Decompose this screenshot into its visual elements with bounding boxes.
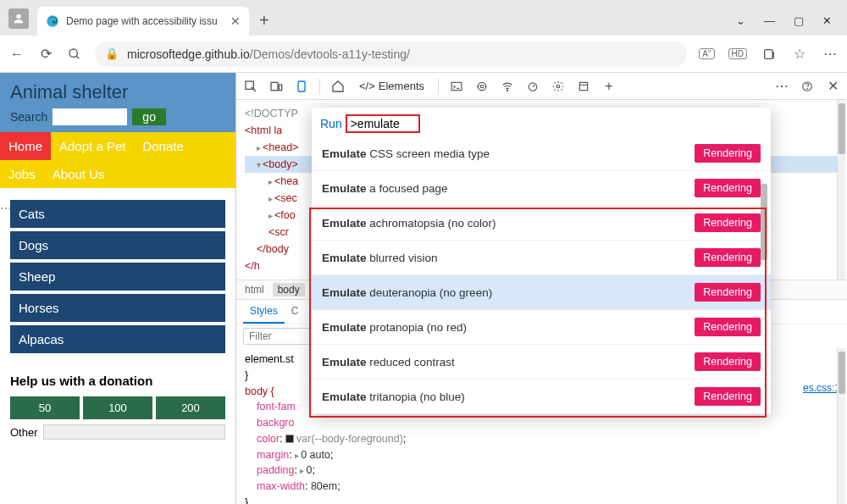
- palette-item[interactable]: Emulate CSS screen media typeRendering: [312, 136, 771, 171]
- collections-icon[interactable]: [761, 46, 778, 63]
- tab-title: Demo page with accessibility issu: [66, 15, 225, 27]
- donate-100[interactable]: 100: [83, 396, 152, 419]
- rendered-page: Animal shelter Search go Home Adopt a Pe…: [0, 73, 235, 504]
- palette-item[interactable]: Emulate tritanopia (no blue)Rendering: [312, 379, 771, 414]
- crumb-html[interactable]: html: [245, 284, 264, 296]
- palette-scrollbar[interactable]: [761, 141, 769, 413]
- rendering-badge: Rendering: [695, 248, 761, 267]
- dom-body[interactable]: <body>: [263, 158, 298, 170]
- window-titlebar: Demo page with accessibility issu ✕ + ⌄ …: [0, 0, 847, 36]
- palette-item[interactable]: Emulate a focused pageRendering: [312, 171, 771, 206]
- menu-dogs[interactable]: Dogs: [10, 231, 225, 259]
- more-tools-icon[interactable]: ⋯: [774, 79, 789, 94]
- dom-script[interactable]: <scr: [268, 226, 289, 238]
- dom-section[interactable]: <sec: [274, 192, 297, 204]
- svg-rect-10: [451, 82, 462, 90]
- rendering-badge: Rendering: [695, 318, 761, 336]
- tab-computed[interactable]: C: [285, 300, 306, 324]
- welcome-icon[interactable]: [330, 79, 346, 94]
- rendering-badge: Rendering: [695, 144, 761, 163]
- edge-icon: [46, 14, 59, 28]
- palette-input[interactable]: [351, 117, 415, 130]
- svg-rect-8: [279, 85, 281, 91]
- maximize-button[interactable]: ▢: [794, 14, 804, 27]
- dom-highlight-dots: ⋯: [0, 202, 12, 215]
- application-icon[interactable]: [576, 79, 591, 94]
- help-icon[interactable]: [800, 79, 815, 94]
- rendering-badge: Rendering: [695, 283, 761, 302]
- menu-icon[interactable]: ⋯: [822, 46, 839, 63]
- memory-icon[interactable]: [551, 79, 566, 94]
- palette-input-highlight: [346, 114, 420, 133]
- svg-point-12: [478, 82, 485, 90]
- device-toggle-icon[interactable]: [294, 79, 309, 94]
- other-amount-input[interactable]: [43, 424, 225, 440]
- close-window-button[interactable]: ✕: [822, 14, 832, 27]
- performance-icon[interactable]: [525, 79, 540, 94]
- palette-item[interactable]: Emulate reduced contrastRendering: [312, 345, 771, 379]
- svg-line-17: [533, 85, 534, 86]
- reading-badge[interactable]: A": [699, 48, 714, 59]
- network-icon[interactable]: [500, 79, 515, 94]
- elements-tab[interactable]: </>Elements: [356, 80, 428, 92]
- rendering-badge: Rendering: [695, 352, 761, 371]
- dom-header[interactable]: <hea: [274, 175, 298, 187]
- run-label: Run: [320, 117, 342, 130]
- page-header: Animal shelter Search go: [0, 73, 235, 132]
- svg-rect-4: [765, 49, 772, 58]
- nav-adopt[interactable]: Adopt a Pet: [51, 132, 134, 160]
- source-link[interactable]: es.css:1: [803, 380, 840, 396]
- inspect-icon[interactable]: [243, 79, 258, 94]
- more-tabs-icon[interactable]: +: [601, 79, 617, 94]
- donate-200[interactable]: 200: [156, 396, 225, 419]
- svg-point-0: [16, 14, 20, 19]
- styles-filter-input[interactable]: [243, 328, 311, 345]
- palette-item[interactable]: Emulate achromatopsia (no color)Renderin…: [312, 206, 771, 241]
- sources-icon[interactable]: [474, 79, 490, 94]
- menu-horses[interactable]: Horses: [10, 294, 225, 322]
- new-tab-button[interactable]: +: [259, 11, 269, 30]
- donation-heading: Help us with a donation: [10, 374, 225, 388]
- page-title: Animal shelter: [10, 81, 225, 103]
- chevron-down-icon[interactable]: ⌄: [736, 14, 745, 27]
- devtools-close-icon[interactable]: ✕: [825, 79, 840, 94]
- nav-home[interactable]: Home: [0, 132, 51, 160]
- back-button[interactable]: ←: [8, 46, 25, 63]
- rendering-badge: Rendering: [695, 179, 761, 197]
- console-icon[interactable]: [449, 79, 464, 94]
- favorite-icon[interactable]: ☆: [791, 46, 808, 63]
- dom-body-close: </body: [257, 243, 289, 255]
- palette-item[interactable]: Emulate protanopia (no red)Rendering: [312, 310, 771, 345]
- menu-sheep[interactable]: Sheep: [10, 263, 225, 291]
- minimize-button[interactable]: —: [764, 14, 775, 27]
- rendering-badge: Rendering: [695, 213, 761, 232]
- tab-styles[interactable]: Styles: [243, 300, 285, 324]
- svg-rect-9: [298, 81, 305, 91]
- refresh-button[interactable]: ⟳: [37, 46, 54, 63]
- dom-head[interactable]: <head>: [263, 141, 298, 153]
- profile-avatar[interactable]: [8, 8, 29, 29]
- lock-icon: 🔒: [105, 47, 119, 60]
- crumb-body[interactable]: body: [273, 283, 305, 296]
- dom-html[interactable]: <html la: [245, 125, 282, 136]
- nav-about[interactable]: About Us: [44, 160, 113, 188]
- rendering-badge: Rendering: [695, 387, 761, 406]
- dom-footer[interactable]: <foo: [274, 209, 296, 221]
- address-field[interactable]: 🔒 microsoftedge.github.io/Demos/devtools…: [95, 42, 687, 67]
- palette-item[interactable]: Emulate blurred visionRendering: [312, 241, 771, 275]
- menu-cats[interactable]: Cats: [10, 200, 225, 228]
- donate-50[interactable]: 50: [10, 396, 80, 419]
- device-list-icon[interactable]: [268, 79, 284, 94]
- donation-section: Help us with a donation 50 100 200 Other: [0, 368, 235, 445]
- svg-rect-7: [271, 82, 278, 90]
- palette-item[interactable]: Emulate deuteranopia (no green)Rendering: [312, 275, 771, 310]
- nav-donate[interactable]: Donate: [134, 132, 191, 160]
- tab-close-icon[interactable]: ✕: [230, 14, 241, 28]
- color-swatch[interactable]: [285, 435, 294, 443]
- go-button[interactable]: go: [132, 108, 166, 125]
- hd-badge[interactable]: HD: [728, 48, 747, 59]
- menu-alpacas[interactable]: Alpacas: [10, 325, 225, 353]
- browser-tab[interactable]: Demo page with accessibility issu ✕: [37, 7, 249, 36]
- page-search-input[interactable]: [53, 108, 127, 125]
- search-icon[interactable]: [66, 46, 83, 63]
